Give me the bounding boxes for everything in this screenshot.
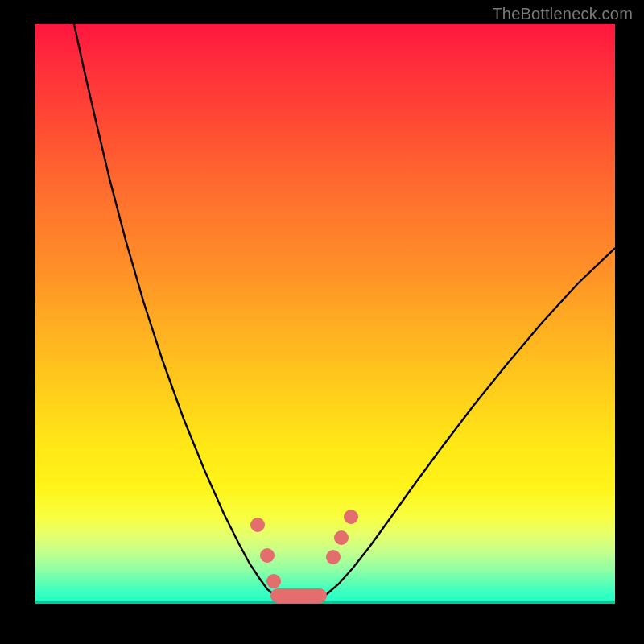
marker-group xyxy=(250,510,358,603)
marker-dot xyxy=(266,574,281,588)
marker-dot xyxy=(260,548,275,563)
marker-dot xyxy=(326,550,341,564)
plot-area xyxy=(35,24,615,604)
marker-dot xyxy=(344,510,358,524)
marker-dot xyxy=(334,530,349,545)
marker-dot xyxy=(250,518,265,532)
chart-stage: TheBottleneck.com xyxy=(0,0,644,644)
watermark-text: TheBottleneck.com xyxy=(492,5,633,23)
marker-bottom-bar xyxy=(270,588,327,603)
marker-layer xyxy=(35,24,615,604)
